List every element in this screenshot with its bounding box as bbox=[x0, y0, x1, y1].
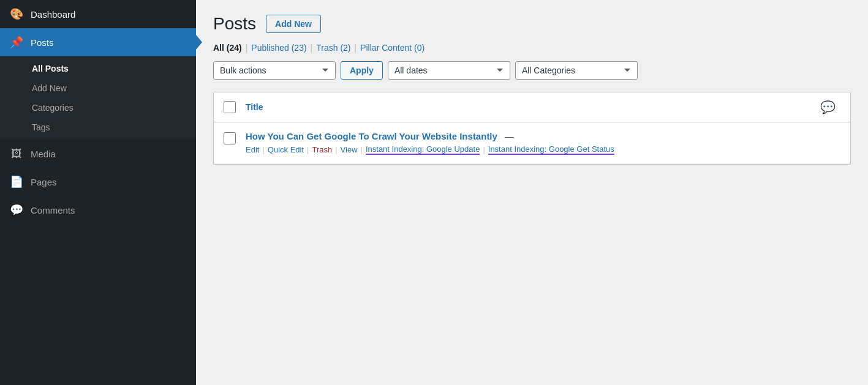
sidebar-item-posts[interactable]: 📌 Posts bbox=[0, 28, 196, 56]
filter-links: All (24) | Published (23) | Trash (2) | … bbox=[213, 43, 851, 53]
edit-link[interactable]: Edit bbox=[246, 145, 259, 154]
table-header: Title 💬 bbox=[214, 92, 850, 122]
dashboard-icon: 🎨 bbox=[10, 7, 23, 21]
posts-icon: 📌 bbox=[10, 36, 23, 49]
add-new-button[interactable]: Add New bbox=[266, 15, 321, 33]
instant-indexing-status-link[interactable]: Instant Indexing: Google Get Status bbox=[488, 144, 614, 155]
all-dates-select[interactable]: All dates bbox=[388, 61, 510, 80]
filter-all[interactable]: All (24) bbox=[213, 43, 242, 53]
comments-icon: 💬 bbox=[10, 203, 23, 217]
bulk-actions-select[interactable]: Bulk actions bbox=[213, 61, 336, 80]
sidebar-item-categories[interactable]: Categories bbox=[0, 98, 196, 118]
quick-edit-link[interactable]: Quick Edit bbox=[268, 145, 304, 154]
table-row: How You Can Get Google To Crawl Your Web… bbox=[214, 122, 850, 164]
toolbar: Bulk actions Apply All dates All Categor… bbox=[213, 61, 851, 80]
sidebar-item-dashboard[interactable]: 🎨 Dashboard bbox=[0, 0, 196, 28]
filter-trash[interactable]: Trash (2) bbox=[316, 43, 350, 53]
sidebar-label-posts: Posts bbox=[31, 37, 54, 48]
comments-column-icon: 💬 bbox=[820, 100, 836, 114]
row-title-line: How You Can Get Google To Crawl Your Web… bbox=[246, 131, 840, 141]
select-all-checkbox[interactable] bbox=[224, 101, 236, 113]
page-header: Posts Add New bbox=[213, 15, 851, 33]
page-title: Posts bbox=[213, 15, 256, 32]
title-column-header[interactable]: Title bbox=[246, 102, 820, 112]
filter-pillar[interactable]: Pillar Content (0) bbox=[360, 43, 425, 53]
sidebar-label-comments: Comments bbox=[31, 205, 75, 215]
pages-icon: 📄 bbox=[10, 175, 23, 189]
all-categories-select[interactable]: All Categories bbox=[515, 61, 638, 80]
sidebar-item-all-posts[interactable]: All Posts bbox=[0, 59, 196, 78]
row-checkbox[interactable] bbox=[224, 132, 236, 144]
sidebar-item-media[interactable]: 🖼 Media bbox=[0, 140, 196, 168]
main-content: Posts Add New All (24) | Published (23) … bbox=[196, 0, 868, 385]
sidebar-item-add-new[interactable]: Add New bbox=[0, 78, 196, 98]
sidebar-label-pages: Pages bbox=[31, 177, 57, 187]
apply-button[interactable]: Apply bbox=[341, 61, 383, 80]
posts-table: Title 💬 How You Can Get Google To Crawl … bbox=[213, 92, 851, 165]
sidebar-label-dashboard: Dashboard bbox=[31, 9, 75, 20]
posts-submenu: All Posts Add New Categories Tags bbox=[0, 56, 196, 140]
instant-indexing-update-link[interactable]: Instant Indexing: Google Update bbox=[366, 144, 480, 155]
sidebar-item-pages[interactable]: 📄 Pages bbox=[0, 168, 196, 196]
sidebar-item-tags[interactable]: Tags bbox=[0, 118, 196, 137]
trash-link[interactable]: Trash bbox=[312, 145, 332, 154]
sidebar-item-comments[interactable]: 💬 Comments bbox=[0, 196, 196, 224]
filter-published[interactable]: Published (23) bbox=[251, 43, 306, 53]
sidebar: 🎨 Dashboard 📌 Posts All Posts Add New Ca… bbox=[0, 0, 196, 385]
row-actions: Edit | Quick Edit | Trash | View | Insta… bbox=[246, 144, 840, 155]
post-status-dash: — bbox=[505, 131, 514, 141]
view-link[interactable]: View bbox=[341, 145, 358, 154]
post-title-link[interactable]: How You Can Get Google To Crawl Your Web… bbox=[246, 131, 497, 141]
row-content: How You Can Get Google To Crawl Your Web… bbox=[246, 131, 840, 155]
sidebar-label-media: Media bbox=[31, 149, 56, 159]
media-icon: 🖼 bbox=[10, 147, 23, 160]
